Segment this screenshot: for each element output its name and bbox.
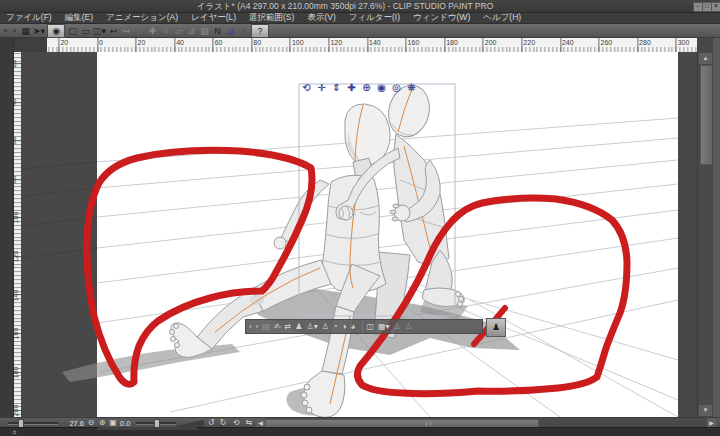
ruler-label: 160 bbox=[408, 39, 420, 46]
ruler-label: 220 bbox=[523, 39, 535, 46]
open-file-icon[interactable]: ▭ bbox=[80, 25, 91, 37]
menu-item[interactable]: 選択範囲(S) bbox=[249, 12, 294, 24]
collapsed-tool-palette-strip[interactable] bbox=[0, 38, 14, 427]
menu-item[interactable]: ファイル(F) bbox=[6, 12, 52, 24]
rotation-wedge-indicator bbox=[178, 419, 204, 427]
ruler-origin-gap bbox=[13, 38, 47, 52]
object-move-icon[interactable]: ✚ bbox=[345, 81, 358, 94]
ruler-label: 80 bbox=[253, 39, 261, 46]
panel-overflow-icon-2[interactable]: » bbox=[11, 25, 18, 37]
panel-overflow-icon[interactable]: » bbox=[2, 25, 9, 37]
ruler-label: 140 bbox=[369, 39, 381, 46]
ruler-label: 0 bbox=[99, 39, 103, 46]
next-model-icon[interactable]: › bbox=[256, 320, 259, 333]
window-title: イラスト* (A4 297.00 x 210.00mm 350dpi 27.6%… bbox=[0, 1, 690, 13]
move-icon[interactable]: ✚ bbox=[147, 25, 158, 37]
pose-default-icon[interactable]: ♟ bbox=[295, 320, 302, 333]
ruler-label: 40 bbox=[176, 39, 184, 46]
export-pose-icon[interactable]: ⇄ bbox=[285, 320, 292, 333]
scroll-up-arrow[interactable]: ▲ bbox=[699, 53, 712, 64]
camera-dolly-icon[interactable]: ⇕ bbox=[330, 81, 343, 94]
launcher-separator bbox=[362, 322, 363, 332]
fill-icon[interactable]: ▨ bbox=[199, 25, 210, 37]
camera-pan-icon[interactable]: ✛ bbox=[315, 81, 328, 94]
zoom-slider[interactable] bbox=[8, 422, 58, 425]
command-bar: »»▦➤▾◉▢▭◫▾↩↪◌✚⌗▱⊿▨N⊿!? bbox=[0, 24, 720, 38]
joint-angle-icon-2[interactable]: ◑ bbox=[342, 320, 347, 333]
menu-item[interactable]: アニメーション(A) bbox=[106, 12, 178, 24]
rotate-y-axis-icon[interactable]: ◎ bbox=[390, 81, 403, 94]
invert-selection-icon[interactable]: ⌗ bbox=[160, 25, 171, 37]
pose-preset-button[interactable]: ♟ bbox=[486, 318, 506, 337]
workspace-grid-icon[interactable]: ▦ bbox=[20, 25, 31, 37]
3d-object-launcher: ‹›▤✍⇄♟♙▾♙◔◑◕◫▦▾♙♙ bbox=[245, 319, 483, 334]
canvas-scene[interactable] bbox=[21, 52, 697, 417]
clip-studio-paint-window: イラスト* (A4 297.00 x 210.00mm 350dpi 27.6%… bbox=[0, 0, 720, 436]
horizontal-ruler: 2002040608010012014016018020022024026028… bbox=[47, 38, 697, 53]
3d-manipulation-toolbar: ⟲✛⇕✚⊕◉◎❋ bbox=[300, 81, 418, 94]
menu-item[interactable]: ウィンドウ(W) bbox=[413, 12, 470, 24]
ruler-label: 260 bbox=[601, 39, 613, 46]
snap-pen-icon[interactable]: N bbox=[212, 25, 223, 37]
menu-item[interactable]: レイヤー(L) bbox=[191, 12, 236, 24]
object-rotate-icon[interactable]: ⊕ bbox=[360, 81, 373, 94]
menubar: ファイル(F)編集(E)アニメーション(A)レイヤー(L)選択範囲(S)表示(V… bbox=[0, 13, 720, 24]
help-button[interactable]: ? bbox=[251, 24, 269, 38]
vertical-scrollbar[interactable]: ▲ ▼ bbox=[697, 52, 713, 417]
show-3d-preview-button[interactable]: ◉ bbox=[47, 24, 65, 38]
new-canvas-icon[interactable]: ▢ bbox=[67, 25, 78, 37]
redo-icon[interactable]: ↪ bbox=[121, 25, 132, 37]
rotate-z-axis-icon[interactable]: ❋ bbox=[405, 81, 418, 94]
close-button[interactable]: ✕ bbox=[711, 2, 720, 12]
ruler-label: 60 bbox=[215, 39, 223, 46]
expand-palette-icon[interactable]: « bbox=[10, 430, 19, 434]
rotation-slider[interactable] bbox=[136, 422, 176, 425]
ruler-label: 100 bbox=[292, 39, 304, 46]
ruler-label: 180 bbox=[446, 39, 458, 46]
mirror-pose-icon[interactable]: ♙ bbox=[322, 320, 329, 333]
menu-item[interactable]: ヘルプ(H) bbox=[483, 12, 521, 24]
layout-dropdown-icon[interactable]: ▦▾ bbox=[378, 320, 390, 333]
canvas-viewport[interactable]: ⟲✛⇕✚⊕◉◎❋ ‹›▤✍⇄♟♙▾♙◔◑◕◫▦▾♙♙ ♟ bbox=[21, 52, 697, 417]
undo-icon[interactable]: ↩ bbox=[108, 25, 119, 37]
document-page bbox=[97, 52, 678, 417]
selection-border-icon[interactable]: ▱ bbox=[173, 25, 184, 37]
palette-tab[interactable] bbox=[95, 427, 200, 430]
extra-model-icon-2[interactable]: ♙ bbox=[405, 320, 412, 333]
joint-angle-icon-1[interactable]: ◔ bbox=[333, 320, 338, 333]
rotate-x-axis-icon[interactable]: ◉ bbox=[375, 81, 388, 94]
ruler-label: 280 bbox=[639, 39, 651, 46]
ruler-label: 20 bbox=[138, 39, 146, 46]
ruler-label: 200 bbox=[485, 39, 497, 46]
menu-item[interactable]: 編集(E) bbox=[65, 12, 93, 24]
deselect-icon[interactable]: ◌ bbox=[134, 25, 145, 37]
model-list-icon[interactable]: ▤ bbox=[262, 320, 270, 333]
save-file-icon[interactable]: ◫▾ bbox=[93, 25, 106, 37]
tool-cursor-dropdown-icon[interactable]: ➤▾ bbox=[33, 25, 45, 37]
ruler-label: 300 bbox=[678, 39, 690, 46]
ruler-label: 20 bbox=[60, 39, 68, 46]
prev-model-icon[interactable]: ‹ bbox=[249, 320, 252, 333]
menu-item[interactable]: フィルター(I) bbox=[349, 12, 400, 24]
character-dropdown-icon[interactable]: ♙▾ bbox=[306, 320, 317, 333]
window-right-edge bbox=[712, 38, 720, 436]
crop-icon[interactable]: ⊿ bbox=[186, 25, 197, 37]
extra-model-icon-1[interactable]: ♙ bbox=[394, 320, 401, 333]
body-shape-icon[interactable]: ◫ bbox=[366, 320, 374, 333]
ruler-label: 240 bbox=[562, 39, 574, 46]
snap-ruler-icon[interactable]: ⊿ bbox=[225, 25, 236, 37]
joint-angle-icon-3[interactable]: ◕ bbox=[351, 320, 356, 333]
scroll-down-arrow[interactable]: ▼ bbox=[699, 405, 712, 416]
ruler-label: 120 bbox=[330, 39, 342, 46]
register-material-icon[interactable]: ✍ bbox=[274, 320, 281, 333]
menu-item[interactable]: 表示(V) bbox=[307, 12, 335, 24]
camera-rotate-icon[interactable]: ⟲ bbox=[300, 81, 313, 94]
snap-special-ruler-icon[interactable]: ! bbox=[238, 25, 249, 37]
collapsed-palette-bar: « bbox=[0, 427, 720, 436]
